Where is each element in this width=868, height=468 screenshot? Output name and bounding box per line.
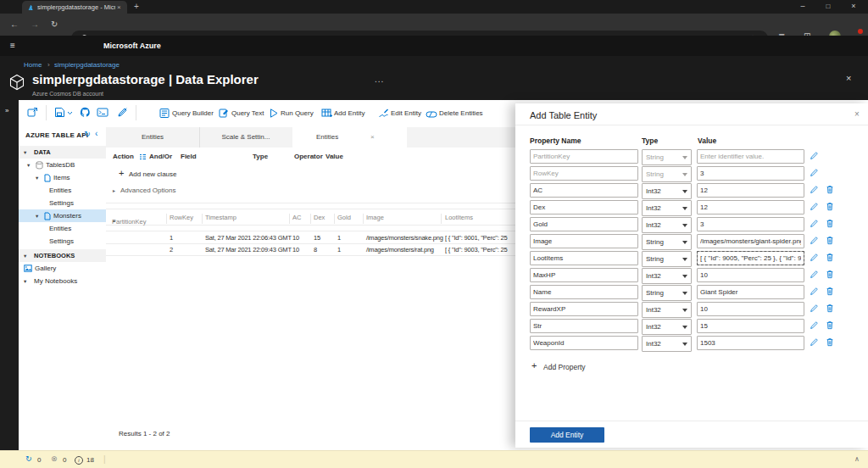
col-rowkey[interactable]: RowKey (170, 214, 193, 221)
panel-close-icon[interactable]: × (854, 109, 860, 119)
col-lootitems[interactable]: LootItems (445, 214, 473, 221)
property-name-input[interactable] (530, 285, 638, 299)
col-timestamp[interactable]: Timestamp (205, 214, 236, 221)
property-value-input[interactable] (697, 149, 804, 164)
edit-pencil-icon[interactable] (810, 321, 818, 330)
advanced-options-link[interactable]: Advanced Options (120, 187, 175, 194)
delete-trash-icon[interactable] (826, 337, 834, 347)
breadcrumb-current[interactable]: simplerpgdatastorage (54, 61, 120, 69)
property-value-input[interactable] (697, 234, 804, 248)
delete-trash-icon[interactable] (826, 236, 834, 245)
plus-icon[interactable]: + (531, 360, 537, 370)
delete-trash-icon[interactable] (826, 253, 834, 262)
property-value-input[interactable] (697, 217, 804, 231)
property-value-input[interactable] (697, 183, 804, 198)
forward-icon[interactable]: → (31, 20, 39, 29)
add-entity-button[interactable] (321, 107, 332, 122)
pending-operations-icon[interactable]: ↻ (25, 454, 32, 463)
delete-trash-icon[interactable] (826, 185, 834, 194)
info-icon[interactable]: i (75, 456, 83, 465)
sidebar-item-monsters-entities[interactable]: Entities (19, 222, 106, 235)
edit-pencil-icon[interactable] (810, 304, 818, 313)
delete-entities-button[interactable] (426, 108, 437, 123)
property-type-select[interactable]: Int32 (642, 336, 692, 352)
window-close-button[interactable]: × (841, 0, 866, 13)
property-type-select[interactable]: Int32 (642, 302, 692, 318)
edit-pencil-icon[interactable] (810, 186, 818, 194)
edit-pencil-icon[interactable] (810, 152, 818, 160)
property-type-select[interactable]: Int32 (642, 217, 692, 233)
query-builder-button[interactable] (159, 107, 170, 122)
grid-row[interactable]: 1 Sat, 27 Mar 2021 22:06:43 GMT 10 15 1 … (106, 231, 515, 244)
back-icon[interactable]: ← (10, 20, 19, 29)
sidebar-section-data[interactable]: ▾ DATA (19, 146, 106, 159)
error-icon[interactable]: ⊗ (51, 454, 58, 463)
delete-trash-icon[interactable] (826, 219, 834, 228)
property-type-select[interactable]: Int32 (642, 183, 692, 199)
property-name-input[interactable] (530, 319, 638, 333)
query-text-label[interactable]: Query Text (231, 109, 264, 117)
query-text-button[interactable] (219, 107, 230, 122)
property-value-input[interactable] (697, 200, 804, 214)
tab-close-icon[interactable]: × (370, 133, 375, 141)
sidebar-item-monsters[interactable]: ▾ Monsters (19, 209, 106, 222)
col-gold[interactable]: Gold (337, 214, 351, 221)
fullscreen-icon[interactable] (27, 107, 38, 118)
blade-close-icon[interactable]: × (846, 73, 851, 83)
save-query-icon[interactable] (54, 107, 65, 118)
window-maximize-button[interactable]: □ (815, 0, 841, 13)
grid-row[interactable]: 2 Sat, 27 Mar 2021 22:09:43 GMT 10 8 1 /… (106, 243, 515, 256)
sidebar-item-tablesdb[interactable]: ▾ TablesDB (19, 159, 106, 171)
plus-icon[interactable]: + (119, 168, 124, 178)
add-entity-label[interactable]: Add Entity (334, 109, 364, 117)
edit-pencil-icon[interactable] (810, 338, 818, 347)
property-value-input[interactable] (697, 302, 804, 316)
property-type-select[interactable]: Int32 (642, 319, 692, 335)
property-name-input[interactable] (530, 251, 638, 265)
delete-entities-label[interactable]: Delete Entities (439, 109, 483, 117)
tab-close-icon[interactable]: × (117, 3, 121, 11)
property-name-input[interactable] (530, 217, 638, 231)
sidebar-item-items-entities[interactable]: Entities (19, 184, 106, 197)
add-new-clause-link[interactable]: Add new clause (129, 170, 176, 178)
sidebar-item-items-settings[interactable]: Settings (19, 197, 106, 209)
run-query-button[interactable] (269, 107, 279, 122)
property-type-select[interactable]: String (642, 166, 692, 182)
azure-brand[interactable]: Microsoft Azure (103, 42, 161, 50)
expand-footer-icon[interactable]: ∧ (854, 455, 860, 463)
tri-right-icon[interactable]: ▸ (113, 187, 115, 193)
property-value-input[interactable] (697, 268, 804, 282)
new-tab-button[interactable]: + (134, 2, 139, 11)
property-name-input[interactable] (530, 268, 638, 282)
delete-trash-icon[interactable] (826, 202, 834, 211)
sidebar-item-my-notebooks[interactable]: ▾ My Notebooks (19, 275, 106, 287)
expand-nav-icon[interactable]: » (5, 107, 8, 114)
edit-pencil-icon[interactable] (810, 237, 818, 245)
github-icon[interactable] (80, 107, 91, 118)
edit-pencil-icon[interactable] (810, 254, 818, 262)
sidebar-collapse-icon[interactable]: ‹ (95, 129, 97, 138)
col-ac[interactable]: AC (292, 214, 301, 221)
edit-pencil-icon[interactable] (810, 203, 818, 211)
breadcrumb-home[interactable]: Home (24, 61, 42, 69)
col-image[interactable]: Image (366, 214, 384, 221)
property-value-input[interactable] (697, 336, 804, 350)
tab-scale-settings[interactable]: Scale & Settin... (199, 127, 293, 148)
property-name-input[interactable] (530, 336, 638, 350)
delete-trash-icon[interactable] (826, 287, 834, 296)
property-name-input[interactable] (530, 183, 638, 198)
property-name-input[interactable] (530, 234, 638, 248)
edit-entity-label[interactable]: Edit Entity (391, 109, 421, 117)
window-minimize-button[interactable]: – (790, 0, 815, 13)
browser-tab[interactable]: simplerpgdatastorage - Microsof × (22, 1, 127, 14)
sidebar-item-gallery[interactable]: Gallery (19, 262, 106, 275)
edit-pencil-icon[interactable] (810, 287, 818, 296)
sidebar-section-notebooks[interactable]: ▾ NOTEBOOKS (19, 249, 106, 262)
tab-entities-1[interactable]: Entities (106, 127, 200, 148)
property-type-select[interactable]: Int32 (642, 268, 692, 284)
delete-trash-icon[interactable] (826, 320, 834, 330)
chevron-down-icon[interactable] (67, 111, 73, 115)
sidebar-item-items[interactable]: ▾ Items (19, 171, 106, 184)
property-name-input[interactable] (530, 166, 638, 181)
tab-entities-2-active[interactable]: Entities × (292, 127, 407, 148)
